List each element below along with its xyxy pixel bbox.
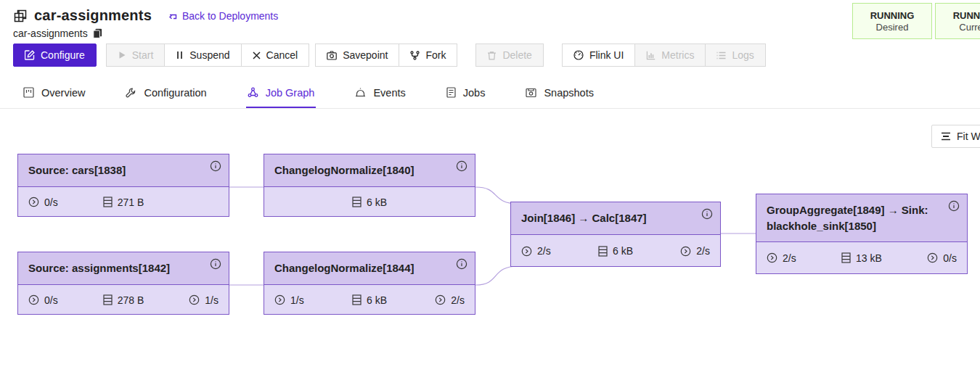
records-in-stat: 1/s	[274, 294, 338, 306]
fit-width-icon	[941, 132, 951, 141]
info-icon[interactable]	[456, 160, 467, 172]
records-out-stat: 2/s	[401, 294, 465, 306]
chart-icon	[646, 51, 656, 60]
edit-icon	[25, 50, 35, 60]
trash-icon	[487, 51, 497, 60]
status-badges: RUNNING Desired RUNNING Current	[852, 3, 980, 39]
rate-icon	[521, 246, 532, 257]
graph-node-changelognormalize-1844[interactable]: ChangelogNormalize[1844] 1/s 6 kB	[264, 252, 475, 315]
tab-configuration[interactable]: Configuration	[124, 77, 208, 108]
alert-icon	[355, 88, 366, 98]
info-icon[interactable]	[210, 160, 221, 172]
savepoint-button[interactable]: Savepoint	[315, 44, 399, 67]
tab-jobs[interactable]: Jobs	[445, 77, 487, 108]
rate-icon	[767, 252, 777, 263]
records-in-stat: 2/s	[767, 252, 830, 264]
info-icon[interactable]	[456, 258, 467, 270]
action-toolbar: Configure Start Suspend Cancel	[13, 44, 766, 67]
status-badge-current: RUNNING Current	[935, 3, 980, 39]
snapshot-icon	[526, 88, 536, 98]
bytes-stat: 6 kB	[584, 245, 648, 257]
cluster-icon	[248, 87, 258, 98]
pause-icon	[176, 51, 184, 59]
bytes-stat: 271 B	[91, 197, 155, 208]
tab-bar: Overview Configuration Job Graph Events	[0, 77, 980, 109]
jobs-icon	[446, 87, 456, 98]
list-icon	[716, 51, 726, 59]
fit-window-button[interactable]: Fit Window	[931, 125, 980, 148]
header: car-assignments Back to Deployments	[13, 7, 278, 24]
cancel-button[interactable]: Cancel	[241, 44, 310, 67]
records-in-stat: 2/s	[521, 245, 584, 257]
rollback-icon	[168, 11, 178, 21]
bytes-icon	[598, 246, 608, 257]
back-to-deployments-link[interactable]: Back to Deployments	[168, 10, 278, 22]
bytes-icon	[352, 197, 362, 207]
graph-node-changelognormalize-1840[interactable]: ChangelogNormalize[1840] 6 kB	[264, 154, 475, 217]
page-title: car-assignments	[34, 7, 152, 24]
start-button[interactable]: Start	[106, 44, 166, 67]
job-graph-canvas[interactable]: Fit Window Source: cars[1838] 0/s 271 B	[0, 109, 980, 372]
bytes-icon	[103, 294, 113, 305]
delete-button[interactable]: Delete	[475, 44, 543, 67]
records-in-stat: 0/s	[28, 294, 91, 306]
tab-snapshots[interactable]: Snapshots	[524, 77, 595, 108]
fork-icon	[410, 51, 420, 60]
bytes-stat: 6 kB	[338, 294, 401, 306]
configure-button[interactable]: Configure	[13, 44, 97, 67]
copy-icon[interactable]	[93, 28, 102, 38]
fork-button[interactable]: Fork	[399, 44, 457, 67]
metrics-button[interactable]: Metrics	[634, 44, 706, 67]
records-out-stat: 0/s	[894, 252, 957, 264]
lifecycle-button-group: Start Suspend Cancel	[106, 44, 309, 67]
rate-icon	[28, 197, 39, 207]
bytes-icon	[352, 294, 362, 305]
play-icon	[118, 51, 126, 59]
rate-icon	[28, 294, 39, 305]
info-icon[interactable]	[948, 200, 960, 212]
deployment-icon	[13, 9, 28, 23]
camera-icon	[327, 51, 337, 60]
info-icon[interactable]	[701, 208, 713, 220]
graph-node-join-calc[interactable]: Join[1846] → Calc[1847] 2/s 6 kB	[510, 202, 721, 267]
snapshot-button-group: Savepoint Fork	[315, 44, 457, 67]
wrench-icon	[126, 87, 136, 98]
overview-icon	[23, 87, 34, 98]
records-in-stat: 0/s	[28, 197, 91, 208]
records-out-stat: 2/s	[647, 245, 710, 257]
tab-events[interactable]: Events	[354, 77, 407, 108]
status-badge-desired: RUNNING Desired	[852, 3, 932, 39]
rate-icon	[435, 294, 446, 305]
subtitle-row: car-assignments	[13, 28, 102, 39]
observability-button-group: Flink UI Metrics Logs	[562, 44, 766, 67]
tab-overview[interactable]: Overview	[22, 77, 86, 108]
deployment-name: car-assignments	[13, 28, 88, 39]
close-icon	[253, 51, 261, 59]
flink-ui-button[interactable]: Flink UI	[562, 44, 635, 67]
rate-icon	[680, 246, 691, 257]
bytes-stat: 13 kB	[830, 252, 893, 264]
logs-button[interactable]: Logs	[705, 44, 765, 67]
graph-node-source-cars[interactable]: Source: cars[1838] 0/s 271 B	[17, 154, 229, 217]
bytes-icon	[103, 197, 113, 207]
graph-node-source-assignments[interactable]: Source: assignments[1842] 0/s 278 B	[17, 252, 229, 315]
suspend-button[interactable]: Suspend	[164, 44, 241, 67]
bytes-stat: 278 B	[91, 294, 155, 306]
info-icon[interactable]	[210, 258, 221, 270]
graph-node-groupaggregate-sink[interactable]: GroupAggregate[1849] → Sink: blackhole_s…	[756, 194, 968, 274]
bytes-icon	[841, 252, 851, 263]
dashboard-icon	[573, 50, 584, 60]
rate-icon	[274, 294, 285, 305]
records-out-stat: 1/s	[155, 294, 219, 306]
tab-job-graph[interactable]: Job Graph	[246, 77, 317, 108]
rate-icon	[927, 252, 938, 263]
bytes-stat: 6 kB	[338, 197, 401, 208]
rate-icon	[189, 294, 200, 305]
